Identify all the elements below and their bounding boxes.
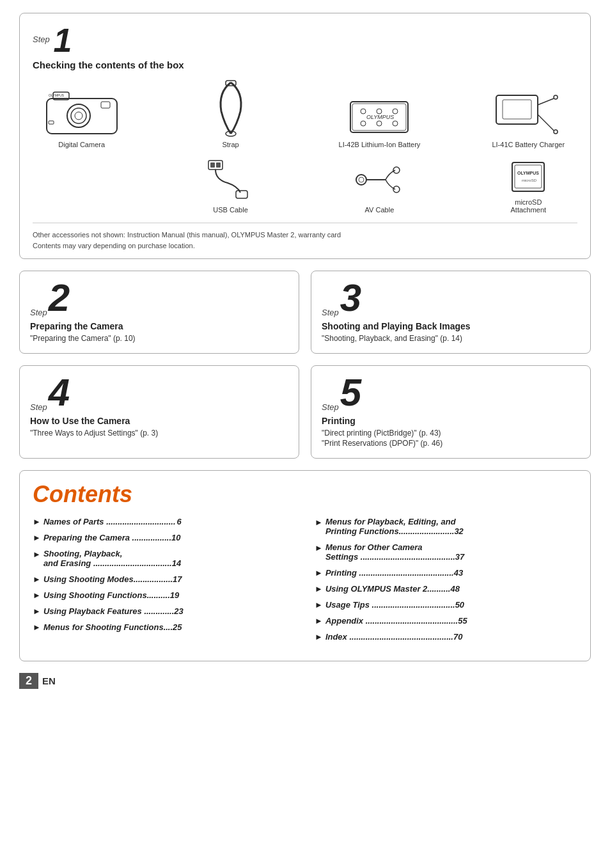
svg-rect-34 <box>512 162 544 191</box>
step2-label: Step <box>30 308 47 317</box>
contents-usage-tips: Usage Tips .............................… <box>325 600 464 610</box>
contents-item-playback: ► Using Playback Features .............2… <box>33 606 295 616</box>
svg-point-24 <box>554 130 558 134</box>
step4-title: How to Use the Camera <box>30 416 288 426</box>
camera-label: Digital Camera <box>58 141 105 148</box>
usb-icon <box>205 157 256 202</box>
svg-point-29 <box>356 175 366 185</box>
steps-row-23: Step 2 Preparing the Camera "Preparing t… <box>19 271 591 354</box>
step2-box: Step 2 Preparing the Camera "Preparing t… <box>19 271 299 354</box>
step1-box: Step 1 Checking the contents of the box … <box>19 13 591 259</box>
battery-label: LI-42B Lithium-Ion Battery <box>339 141 421 148</box>
step3-label: Step <box>322 308 339 317</box>
contents-item-olympus-master: ► Using OLYMPUS Master 2..........48 <box>315 584 577 594</box>
contents-appendix: Appendix ...............................… <box>325 616 467 626</box>
contents-shooting-functions: Using Shooting Functions..........19 <box>43 590 179 600</box>
step3-header: Step 3 <box>322 279 580 317</box>
step1-label: Step <box>33 35 50 44</box>
item-camera: OLYMPUS Digital Camera <box>33 86 130 148</box>
step2-desc: "Preparing the Camera" (p. 10) <box>30 334 288 343</box>
charger-icon <box>493 92 563 137</box>
step3-box: Step 3 Shooting and Playing Back Images … <box>311 271 591 354</box>
svg-point-30 <box>359 177 364 182</box>
contents-item-parts: ► Names of Parts .......................… <box>33 517 295 526</box>
svg-point-23 <box>554 95 558 99</box>
step3-number: 3 <box>340 279 361 317</box>
svg-line-21 <box>538 99 554 105</box>
svg-point-17 <box>393 121 398 126</box>
svg-line-22 <box>538 114 554 130</box>
step5-label: Step <box>322 402 339 412</box>
arrow-icon-12: ► <box>315 600 323 610</box>
arrow-icon-4: ► <box>33 574 41 584</box>
contents-item-printing: ► Printing .............................… <box>315 568 577 578</box>
av-label: AV Cable <box>365 206 395 214</box>
step1-title: Checking the contents of the box <box>33 59 577 70</box>
step4-number: 4 <box>49 374 70 412</box>
microsd-icon: OLYMPUS microSD <box>506 159 551 194</box>
camera-icon: OLYMPUS <box>43 86 120 137</box>
contents-item-playback-menus: ► Menus for Playback, Editing, andPrinti… <box>315 517 577 536</box>
contents-grid: ► Names of Parts .......................… <box>33 517 577 648</box>
contents-other-menus: Menus for Other CameraSettings .........… <box>325 542 464 562</box>
contents-shooting-playback: Shooting, Playback,and Erasing .........… <box>43 549 181 568</box>
contents-item-menus-shooting: ► Menus for Shooting Functions....25 <box>33 622 295 632</box>
contents-item-other-menus: ► Menus for Other CameraSettings .......… <box>315 542 577 562</box>
arrow-icon-6: ► <box>33 606 41 616</box>
step2-header: Step 2 <box>30 279 288 317</box>
contents-index: Index ..................................… <box>325 632 463 642</box>
arrow-icon-10: ► <box>315 568 323 578</box>
step4-header: Step 4 <box>30 374 288 412</box>
contents-section: Contents ► Names of Parts ..............… <box>19 470 591 661</box>
contents-item-index: ► Index ................................… <box>315 632 577 642</box>
svg-rect-26 <box>210 162 215 168</box>
item-microsd: OLYMPUS microSD microSD Attachment <box>480 159 577 214</box>
contents-menus-shooting: Menus for Shooting Functions....25 <box>43 622 182 632</box>
item-charger: LI-41C Battery Charger <box>480 92 577 148</box>
arrow-icon-13: ► <box>315 616 323 626</box>
svg-text:OLYMPUS: OLYMPUS <box>49 93 65 97</box>
arrow-icon-9: ► <box>315 543 323 553</box>
step5-title: Printing <box>322 416 580 426</box>
battery-icon: OLYMPUS <box>347 95 411 137</box>
contents-item-appendix: ► Appendix .............................… <box>315 616 577 626</box>
svg-text:OLYMPUS: OLYMPUS <box>517 171 539 175</box>
av-icon <box>354 157 405 202</box>
language-label: EN <box>42 675 56 686</box>
steps-row-45: Step 4 How to Use the Camera "Three Ways… <box>19 365 591 459</box>
arrow-icon-3: ► <box>33 549 41 559</box>
step5-desc2: "Print Reservations (DPOF)" (p. 46) <box>322 439 580 448</box>
contents-title: Contents <box>33 481 577 508</box>
svg-rect-28 <box>236 191 247 198</box>
contents-right-col: ► Menus for Playback, Editing, andPrinti… <box>308 517 577 648</box>
svg-rect-20 <box>503 100 531 119</box>
step5-header: Step 5 <box>322 374 580 412</box>
arrow-icon-2: ► <box>33 533 41 542</box>
svg-point-2 <box>71 108 86 123</box>
step3-desc: "Shooting, Playback, and Erasing" (p. 14… <box>322 334 580 343</box>
step2-number: 2 <box>49 279 70 317</box>
svg-rect-5 <box>101 102 110 108</box>
item-battery: OLYMPUS LI-42B Lithium-Ion Battery <box>331 95 428 148</box>
svg-rect-6 <box>49 121 54 124</box>
contents-playback-menus: Menus for Playback, Editing, andPrinting… <box>325 517 464 536</box>
step5-number: 5 <box>340 374 361 412</box>
step4-box: Step 4 How to Use the Camera "Three Ways… <box>19 365 299 459</box>
item-strap: Strap <box>182 79 279 148</box>
svg-point-16 <box>377 121 382 126</box>
arrow-icon-11: ► <box>315 584 323 594</box>
arrow-icon: ► <box>33 517 41 526</box>
svg-point-3 <box>75 112 82 120</box>
step5-desc1: "Direct printing (PictBridge)" (p. 43) <box>322 429 580 438</box>
svg-point-12 <box>361 109 366 114</box>
arrow-icon-5: ► <box>33 590 41 600</box>
step1-number: 1 <box>53 24 72 57</box>
svg-text:microSD: microSD <box>522 178 537 182</box>
step3-title: Shooting and Playing Back Images <box>322 321 580 331</box>
svg-rect-35 <box>515 165 542 188</box>
svg-point-13 <box>377 109 382 114</box>
step5-box: Step 5 Printing "Direct printing (PictBr… <box>311 365 591 459</box>
contents-item-modes: ► Using Shooting Modes.................1… <box>33 574 295 584</box>
items-row-1: OLYMPUS Digital Camera Strap <box>33 79 577 148</box>
contents-names-parts: Names of Parts .........................… <box>43 517 182 526</box>
